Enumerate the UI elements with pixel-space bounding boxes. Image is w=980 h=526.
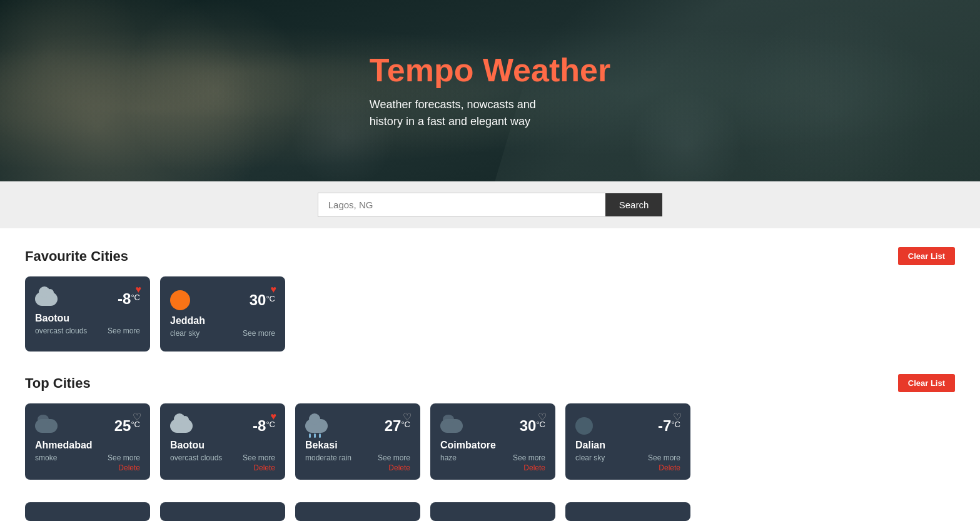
rain-icon-bekasi bbox=[305, 419, 328, 433]
heart-icon-bekasi[interactable]: ♡ bbox=[403, 411, 412, 423]
heart-icon-dalian[interactable]: ♡ bbox=[673, 411, 682, 423]
weather-desc-jeddah-fav: clear sky bbox=[170, 329, 200, 338]
city-name-dalian: Dalian bbox=[575, 440, 680, 451]
card-bottom-bekasi: moderate rain See more bbox=[305, 453, 410, 462]
city-name-ahmedabad: Ahmedabad bbox=[35, 440, 140, 451]
see-more-baotou-fav[interactable]: See more bbox=[108, 326, 140, 335]
search-button[interactable]: Search bbox=[605, 193, 663, 216]
bottom-card-4[interactable] bbox=[430, 502, 555, 521]
weather-desc-dalian: clear sky bbox=[575, 453, 605, 462]
city-card-bekasi[interactable]: ♡ 27°C Bekasi moderate rain See more Del… bbox=[295, 403, 420, 480]
bottom-card-3[interactable] bbox=[295, 502, 420, 521]
city-card-ahmedabad[interactable]: ♡ 25°C Ahmedabad smoke See more Delete bbox=[25, 403, 150, 480]
card-top-baotou-fav: -8 °C bbox=[35, 290, 140, 308]
app-title: Tempo Weather bbox=[370, 51, 610, 89]
bottom-card-5[interactable] bbox=[565, 502, 690, 521]
favourite-cities-header: Favourite Cities Clear List bbox=[25, 247, 955, 265]
heart-icon-jeddah-fav[interactable]: ♥ bbox=[271, 284, 277, 295]
card-top-ahmedabad: 25°C bbox=[35, 417, 140, 435]
sun-icon-jeddah-fav bbox=[170, 290, 190, 310]
night-icon-dalian bbox=[575, 417, 593, 435]
card-bottom-dalian: clear sky See more bbox=[575, 453, 680, 462]
delete-baotou-top[interactable]: Delete bbox=[170, 463, 275, 472]
city-card-dalian[interactable]: ♡ -7°C Dalian clear sky See more Delete bbox=[565, 403, 690, 480]
see-more-ahmedabad[interactable]: See more bbox=[108, 453, 140, 462]
see-more-coimbatore[interactable]: See more bbox=[513, 453, 545, 462]
delete-dalian[interactable]: Delete bbox=[575, 463, 680, 472]
heart-icon-ahmedabad[interactable]: ♡ bbox=[133, 411, 141, 423]
delete-bekasi[interactable]: Delete bbox=[305, 463, 410, 472]
heart-icon-baotou-fav[interactable]: ♥ bbox=[136, 284, 142, 295]
see-more-bekasi[interactable]: See more bbox=[378, 453, 410, 462]
favourite-cities-cards: ♥ -8 °C Baotou overcast clouds See more … bbox=[25, 276, 955, 352]
cloud-icon-baotou-fav bbox=[35, 292, 58, 306]
top-cities-header: Top Cities Clear List bbox=[25, 374, 955, 392]
card-bottom-jeddah-fav: clear sky See more bbox=[170, 329, 275, 338]
city-name-baotou-fav: Baotou bbox=[35, 313, 140, 324]
smoke-icon-coimbatore bbox=[440, 419, 463, 433]
cloud-icon-baotou-top bbox=[170, 419, 193, 433]
hero-content: Tempo Weather Weather forecasts, nowcast… bbox=[370, 51, 610, 130]
see-more-dalian[interactable]: See more bbox=[648, 453, 680, 462]
weather-desc-baotou-fav: overcast clouds bbox=[35, 326, 87, 335]
smoke-icon-ahmedabad bbox=[35, 419, 58, 433]
top-cities-title: Top Cities bbox=[25, 375, 91, 392]
weather-desc-bekasi: moderate rain bbox=[305, 453, 351, 462]
weather-desc-baotou-top: overcast clouds bbox=[170, 453, 222, 462]
card-bottom-ahmedabad: smoke See more bbox=[35, 453, 140, 462]
favourite-clear-list-button[interactable]: Clear List bbox=[898, 247, 955, 265]
card-bottom-baotou-top: overcast clouds See more bbox=[170, 453, 275, 462]
card-top-coimbatore: 30°C bbox=[440, 417, 545, 435]
card-top-dalian: -7°C bbox=[575, 417, 680, 435]
top-cities-cards: ♡ 25°C Ahmedabad smoke See more Delete ♥… bbox=[25, 403, 955, 480]
hero-section: Tempo Weather Weather forecasts, nowcast… bbox=[0, 0, 980, 181]
card-top-baotou-top: -8°C bbox=[170, 417, 275, 435]
weather-desc-coimbatore: haze bbox=[440, 453, 457, 462]
card-top-bekasi: 27°C bbox=[305, 417, 410, 435]
city-card-coimbatore[interactable]: ♡ 30°C Coimbatore haze See more Delete bbox=[430, 403, 555, 480]
card-bottom-coimbatore: haze See more bbox=[440, 453, 545, 462]
city-name-baotou-top: Baotou bbox=[170, 440, 275, 451]
search-bar-section: Search bbox=[0, 181, 980, 228]
see-more-baotou-top[interactable]: See more bbox=[243, 453, 275, 462]
city-card-jeddah-fav[interactable]: ♥ 30 °C Jeddah clear sky See more bbox=[160, 276, 285, 352]
city-name-jeddah-fav: Jeddah bbox=[170, 315, 275, 326]
card-bottom-baotou-fav: overcast clouds See more bbox=[35, 326, 140, 335]
city-card-baotou-top[interactable]: ♥ -8°C Baotou overcast clouds See more D… bbox=[160, 403, 285, 480]
bottom-card-1[interactable] bbox=[25, 502, 150, 521]
city-name-coimbatore: Coimbatore bbox=[440, 440, 545, 451]
weather-desc-ahmedabad: smoke bbox=[35, 453, 57, 462]
main-content: Favourite Cities Clear List ♥ -8 °C Baot… bbox=[0, 228, 980, 526]
heart-icon-coimbatore[interactable]: ♡ bbox=[538, 411, 547, 423]
search-input[interactable] bbox=[318, 193, 605, 217]
see-more-jeddah-fav[interactable]: See more bbox=[243, 329, 275, 338]
heart-icon-baotou-top[interactable]: ♥ bbox=[271, 411, 277, 422]
bottom-partial-cards bbox=[25, 502, 955, 521]
app-subtitle: Weather forecasts, nowcasts and history … bbox=[370, 96, 610, 130]
bottom-card-2[interactable] bbox=[160, 502, 285, 521]
delete-coimbatore[interactable]: Delete bbox=[440, 463, 545, 472]
city-name-bekasi: Bekasi bbox=[305, 440, 410, 451]
city-card-baotou-fav[interactable]: ♥ -8 °C Baotou overcast clouds See more bbox=[25, 276, 150, 352]
favourite-cities-title: Favourite Cities bbox=[25, 248, 128, 265]
top-cities-clear-list-button[interactable]: Clear List bbox=[898, 374, 955, 392]
delete-ahmedabad[interactable]: Delete bbox=[35, 463, 140, 472]
card-top-jeddah-fav: 30 °C bbox=[170, 290, 275, 310]
